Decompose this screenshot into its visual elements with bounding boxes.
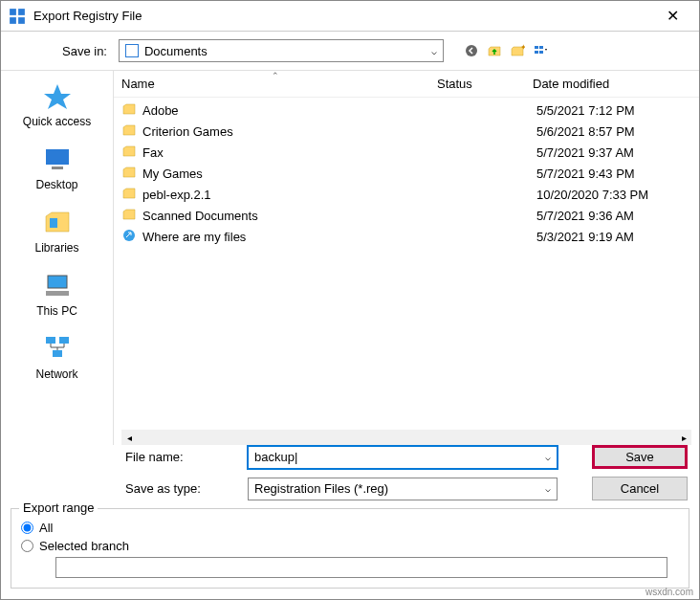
chevron-down-icon[interactable]: ⌵: [545, 483, 551, 494]
folder-icon: [121, 207, 139, 224]
saveastype-dropdown[interactable]: Registration Files (*.reg) ⌵: [248, 478, 558, 500]
svg-rect-17: [53, 350, 62, 357]
file-name: pebl-exp.2.1: [142, 188, 441, 202]
svg-rect-16: [59, 337, 69, 344]
svg-rect-9: [539, 51, 543, 54]
registry-icon: [9, 8, 26, 25]
saveastype-value: Registration Files (*.reg): [254, 481, 388, 496]
file-row[interactable]: Fax 5/7/2021 9:37 AM: [121, 142, 691, 163]
file-date: 10/20/2020 7:33 PM: [536, 188, 691, 202]
svg-rect-7: [539, 46, 543, 49]
chevron-down-icon[interactable]: ⌵: [545, 452, 551, 462]
scroll-track[interactable]: [137, 430, 676, 445]
file-row[interactable]: pebl-exp.2.1 10/20/2020 7:33 PM: [121, 184, 691, 205]
file-row[interactable]: My Games 5/7/2021 9:43 PM: [121, 163, 691, 184]
save-in-value: Documents: [144, 44, 208, 58]
save-in-label: Save in:: [62, 44, 107, 58]
svg-point-4: [466, 45, 477, 56]
back-icon[interactable]: [463, 42, 480, 59]
column-date[interactable]: Date modified: [533, 77, 691, 91]
radio-all-input[interactable]: [21, 522, 33, 534]
file-name: Scanned Documents: [142, 209, 441, 223]
save-form: File name: backup ⌵ Save Save as type: R…: [1, 445, 699, 500]
documents-icon: [125, 44, 139, 57]
file-date: 5/6/2021 8:57 PM: [536, 124, 691, 139]
radio-selected-branch[interactable]: Selected branch: [21, 539, 679, 553]
save-in-dropdown[interactable]: Documents ⌵: [119, 39, 444, 62]
sidebar-this-pc[interactable]: This PC: [1, 266, 113, 322]
up-one-level-icon[interactable]: [486, 42, 503, 59]
file-name: Fax: [142, 145, 441, 160]
file-name: Adobe: [142, 103, 441, 118]
file-row[interactable]: Adobe 5/5/2021 7:12 PM: [121, 100, 691, 121]
new-folder-icon[interactable]: ✦: [509, 42, 526, 59]
svg-rect-15: [46, 337, 55, 344]
svg-point-18: [123, 230, 135, 241]
file-date: 5/3/2021 9:19 AM: [536, 230, 691, 244]
sidebar-desktop[interactable]: Desktop: [1, 140, 113, 195]
cancel-button[interactable]: Cancel: [592, 477, 688, 500]
svg-rect-10: [46, 149, 69, 165]
folder-icon: [121, 144, 139, 161]
branch-input[interactable]: [55, 557, 667, 578]
sidebar-libraries[interactable]: Libraries: [1, 203, 113, 258]
radio-selected-input[interactable]: [21, 540, 33, 552]
close-button[interactable]: ✕: [653, 7, 691, 25]
svg-rect-2: [10, 17, 16, 24]
libraries-icon: [42, 207, 73, 237]
svg-rect-0: [10, 9, 16, 15]
radio-all[interactable]: All: [21, 521, 679, 535]
file-date: 5/5/2021 7:12 PM: [536, 103, 691, 118]
filename-input[interactable]: backup ⌵: [248, 446, 558, 469]
filename-label: File name:: [125, 450, 248, 464]
folder-icon: [121, 165, 139, 182]
svg-rect-13: [48, 276, 67, 288]
svg-rect-3: [18, 17, 25, 24]
sidebar-network[interactable]: Network: [1, 329, 113, 385]
file-date: 5/7/2021 9:43 PM: [536, 167, 691, 181]
shortcut-icon: [121, 228, 139, 245]
save-in-toolbar: Save in: Documents ⌵ ✦: [1, 32, 699, 70]
folder-icon: [121, 122, 139, 140]
save-button[interactable]: Save: [592, 445, 688, 469]
filename-value: backup: [254, 450, 297, 464]
sort-indicator-icon: ⌃: [272, 71, 279, 80]
svg-rect-6: [535, 46, 538, 49]
svg-rect-11: [52, 167, 63, 169]
export-range-legend: Export range: [19, 500, 98, 515]
scroll-right-icon[interactable]: ▸: [676, 430, 691, 445]
this-pc-icon: [42, 270, 73, 300]
file-row[interactable]: Scanned Documents 5/7/2021 9:36 AM: [121, 205, 691, 226]
svg-rect-14: [46, 291, 69, 296]
network-icon: [42, 333, 73, 364]
saveastype-label: Save as type:: [125, 481, 248, 496]
svg-rect-12: [50, 218, 57, 228]
svg-rect-1: [18, 9, 25, 15]
main-area: Quick access Desktop Libraries This PC N…: [1, 70, 699, 445]
folder-icon: [121, 186, 139, 203]
file-date: 5/7/2021 9:37 AM: [536, 145, 691, 160]
sidebar-quick-access[interactable]: Quick access: [1, 77, 113, 132]
svg-text:✦: ✦: [520, 43, 525, 52]
file-name: Where are my files: [142, 230, 441, 244]
window-title: Export Registry File: [33, 9, 653, 23]
folder-icon: [121, 101, 139, 119]
places-sidebar: Quick access Desktop Libraries This PC N…: [1, 71, 114, 445]
column-status[interactable]: Status: [437, 77, 533, 91]
watermark: wsxdn.com: [645, 587, 693, 597]
file-row[interactable]: Criterion Games 5/6/2021 8:57 PM: [121, 121, 691, 142]
file-row[interactable]: Where are my files 5/3/2021 9:19 AM: [121, 226, 691, 247]
file-name: My Games: [142, 167, 441, 181]
title-bar: Export Registry File ✕: [1, 1, 699, 32]
column-name[interactable]: Name: [121, 77, 437, 91]
view-menu-icon[interactable]: [532, 42, 549, 59]
scroll-left-icon[interactable]: ◂: [121, 430, 137, 445]
column-headers[interactable]: ⌃ Name Status Date modified: [114, 71, 699, 98]
svg-rect-8: [535, 51, 538, 54]
file-name: Criterion Games: [142, 124, 441, 139]
quick-access-icon: [42, 80, 73, 111]
horizontal-scrollbar[interactable]: ◂ ▸: [121, 430, 691, 445]
chevron-down-icon: ⌵: [431, 46, 437, 56]
export-range-group: Export range All Selected branch: [11, 508, 689, 589]
file-date: 5/7/2021 9:36 AM: [536, 209, 691, 223]
